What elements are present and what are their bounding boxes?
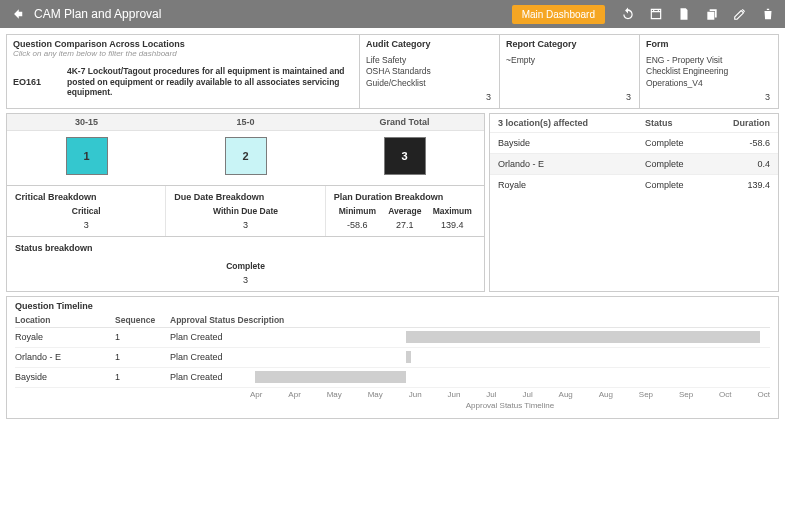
loc-status: Complete [645, 159, 715, 169]
loc-head-duration: Duration [715, 118, 770, 128]
edit-icon[interactable] [731, 5, 749, 23]
loc-head-affected: 3 location(s) affected [498, 118, 645, 128]
tile-header-1: 30-15 [7, 114, 166, 130]
main-dashboard-button[interactable]: Main Dashboard [512, 5, 605, 24]
critical-bd-title: Critical Breakdown [15, 192, 157, 202]
timeline-row[interactable]: Bayside 1 Plan Created [15, 368, 770, 388]
loc-duration: -58.6 [715, 138, 770, 148]
axis-tick: Jun [409, 390, 422, 399]
trash-icon[interactable] [759, 5, 777, 23]
page-title: CAM Plan and Approval [34, 7, 506, 21]
app-header: CAM Plan and Approval Main Dashboard [0, 0, 785, 28]
due-bd-label: Within Due Date [174, 206, 316, 216]
axis-tick: Oct [719, 390, 731, 399]
calendar-icon[interactable] [647, 5, 665, 23]
refresh-icon[interactable] [619, 5, 637, 23]
axis-tick: Jul [486, 390, 496, 399]
loc-name: Royale [498, 180, 645, 190]
status-breakdown: Status breakdown Complete 3 [6, 237, 485, 292]
timeline-title: Question Timeline [15, 301, 770, 311]
question-timeline-panel: Question Timeline Location Sequence Appr… [6, 296, 779, 419]
tile-header-2: 15-0 [166, 114, 325, 130]
tl-approval: Plan Created [170, 352, 250, 362]
axis-tick: Oct [757, 390, 769, 399]
due-date-breakdown: Due Date Breakdown Within Due Date 3 [166, 186, 325, 236]
gantt-bar [406, 331, 760, 343]
form-value[interactable]: ENG - Property Visit Checklist Engineeri… [646, 55, 772, 89]
audit-category-title: Audit Category [366, 39, 493, 49]
axis-tick: Apr [288, 390, 300, 399]
question-code[interactable]: EO161 [13, 77, 53, 87]
axis-tick: Sep [679, 390, 693, 399]
document-icon[interactable] [675, 5, 693, 23]
tl-approval: Plan Created [170, 332, 250, 342]
tl-location: Orlando - E [15, 352, 115, 362]
due-bd-value: 3 [174, 216, 316, 230]
timeline-row[interactable]: Orlando - E 1 Plan Created [15, 348, 770, 368]
report-category-title: Report Category [506, 39, 633, 49]
status-bd-value: 3 [15, 271, 476, 285]
tile-15-0[interactable]: 2 [225, 137, 267, 175]
audit-category-value[interactable]: Life Safety OSHA Standards Guide/Checkli… [366, 55, 493, 89]
axis-tick: Aug [559, 390, 573, 399]
loc-status: Complete [645, 138, 715, 148]
question-comparison-panel: Question Comparison Across Locations Cli… [6, 34, 359, 109]
tiles-panel: 30-15 15-0 Grand Total 1 2 3 [6, 113, 485, 186]
form-panel: Form ENG - Property Visit Checklist Engi… [639, 34, 779, 109]
location-row[interactable]: Bayside Complete -58.6 [490, 132, 778, 153]
locations-panel: 3 location(s) affected Status Duration B… [489, 113, 779, 292]
breakdowns-row: Critical Breakdown Critical 3 Due Date B… [6, 186, 485, 237]
tile-grand-total[interactable]: 3 [384, 137, 426, 175]
plan-avg-label: Average [381, 206, 428, 216]
tile-30-15[interactable]: 1 [66, 137, 108, 175]
axis-tick: May [327, 390, 342, 399]
location-row[interactable]: Royale Complete 139.4 [490, 174, 778, 195]
tl-location: Royale [15, 332, 115, 342]
status-bd-label: Complete [15, 261, 476, 271]
plan-bd-title: Plan Duration Breakdown [334, 192, 476, 202]
loc-duration: 0.4 [715, 159, 770, 169]
report-category-count: 3 [626, 92, 631, 102]
tl-approval: Plan Created [170, 372, 250, 382]
timeline-axis: Apr Apr May May Jun Jun Jul Jul Aug Aug … [15, 390, 770, 399]
qc-title: Question Comparison Across Locations [13, 39, 353, 49]
tl-head-location: Location [15, 315, 115, 325]
audit-category-count: 3 [486, 92, 491, 102]
gantt-bar [255, 371, 406, 383]
tile-header-3: Grand Total [325, 114, 484, 130]
report-category-value[interactable]: ~Empty [506, 55, 633, 66]
critical-bd-label: Critical [15, 206, 157, 216]
toolbar [619, 5, 777, 23]
tl-bar-container [250, 371, 770, 383]
tl-head-approval: Approval Status Description [170, 315, 770, 325]
tl-bar-container [250, 331, 770, 343]
timeline-row[interactable]: Royale 1 Plan Created [15, 328, 770, 348]
tl-location: Bayside [15, 372, 115, 382]
gantt-bar [406, 351, 411, 363]
tl-head-sequence: Sequence [115, 315, 170, 325]
report-category-panel: Report Category ~Empty 3 [499, 34, 639, 109]
axis-tick: Aug [599, 390, 613, 399]
critical-breakdown: Critical Breakdown Critical 3 [7, 186, 166, 236]
back-icon[interactable] [8, 5, 26, 23]
plan-duration-breakdown: Plan Duration Breakdown Minimum -58.6 Av… [326, 186, 484, 236]
due-bd-title: Due Date Breakdown [174, 192, 316, 202]
copy-icon[interactable] [703, 5, 721, 23]
plan-min-label: Minimum [334, 206, 381, 216]
form-count: 3 [765, 92, 770, 102]
question-text[interactable]: 4K-7 Lockout/Tagout procedures for all e… [67, 66, 353, 98]
plan-min-value: -58.6 [334, 216, 381, 230]
loc-head-status: Status [645, 118, 715, 128]
plan-avg-value: 27.1 [381, 216, 428, 230]
axis-tick: Sep [639, 390, 653, 399]
timeline-axis-label: Approval Status Timeline [250, 401, 770, 410]
plan-max-value: 139.4 [429, 216, 476, 230]
loc-name: Bayside [498, 138, 645, 148]
tl-sequence: 1 [115, 352, 170, 362]
qc-subtitle: Click on any item below to filter the da… [13, 49, 353, 58]
tl-sequence: 1 [115, 332, 170, 342]
location-row[interactable]: Orlando - E Complete 0.4 [490, 153, 778, 174]
axis-tick: Jul [522, 390, 532, 399]
plan-max-label: Maximum [429, 206, 476, 216]
form-title: Form [646, 39, 772, 49]
